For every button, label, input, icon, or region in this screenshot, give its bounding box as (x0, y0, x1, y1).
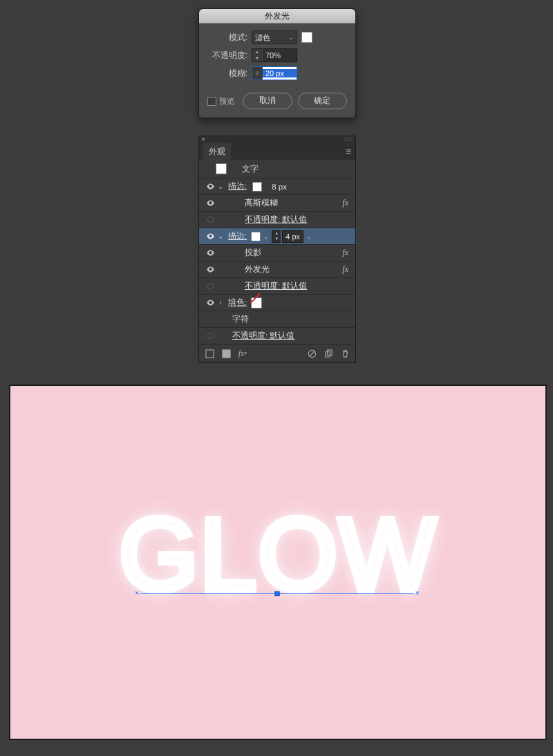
mode-select[interactable]: 滤色 ⌄ (252, 30, 297, 44)
mode-label: 模式: (207, 32, 252, 44)
chevron-down-icon[interactable]: ⌄ (216, 183, 225, 190)
fx-menu-icon[interactable]: fx▾ (238, 349, 247, 358)
preview-label: 预览 (219, 96, 234, 107)
handle-icon[interactable]: × (135, 590, 139, 596)
none-swatch-icon[interactable] (251, 297, 262, 308)
dialog-title: 外发光 (199, 9, 355, 24)
visibility-toggle[interactable] (205, 331, 216, 340)
center-handle-icon[interactable] (275, 591, 280, 596)
fx-icon[interactable]: fx (342, 264, 348, 275)
svg-point-2 (207, 333, 213, 338)
no-stroke-icon[interactable] (205, 349, 214, 358)
panel-menu-icon[interactable]: ≡ (341, 146, 355, 157)
visibility-toggle[interactable] (205, 232, 216, 241)
stroke-label: 描边: (228, 231, 247, 241)
svg-rect-3 (205, 349, 213, 357)
visibility-toggle[interactable] (205, 265, 216, 274)
panel-grip-icon[interactable] (344, 138, 353, 142)
opacity-label: 不透明度: 默认值 (232, 331, 294, 341)
fx-icon[interactable]: fx (342, 248, 348, 258)
ok-button[interactable]: 确定 (298, 93, 348, 109)
char-label: 字符 (232, 314, 249, 324)
effect-label: 高斯模糊 (245, 198, 278, 208)
clear-icon[interactable] (307, 349, 317, 358)
panel-footer: fx▾ (199, 344, 355, 362)
blur-value: 20 px (263, 69, 297, 77)
stroke-row-2[interactable]: ⌄ 描边: ⌄ ▲▼ 4 px ⌄ (199, 228, 355, 244)
mode-select-value: 滤色 (255, 33, 270, 43)
fill-icon[interactable] (221, 349, 231, 358)
color-swatch[interactable] (301, 32, 312, 43)
gaussian-blur-row[interactable]: 高斯模糊 fx (199, 194, 355, 211)
opacity-label: 不透明度: (207, 50, 252, 62)
chevron-down-icon[interactable]: ⌄ (216, 232, 225, 240)
visibility-toggle[interactable] (205, 248, 216, 257)
chevron-down-icon[interactable]: ⌄ (262, 233, 270, 240)
stepper-icon[interactable]: ▲▼ (272, 230, 281, 243)
chevron-down-icon[interactable]: ⌄ (305, 233, 313, 240)
visibility-toggle[interactable] (205, 215, 216, 224)
opacity-value: 70% (263, 51, 297, 59)
stroke-label: 描边: (228, 181, 247, 192)
blur-label: 模糊: (207, 68, 252, 80)
target-type-row: 文字 (199, 160, 355, 178)
outer-glow-row[interactable]: 外发光 fx (199, 261, 355, 277)
characters-row[interactable]: 字符 (199, 311, 355, 327)
chevron-right-icon[interactable]: › (216, 299, 225, 306)
panel-top-bar: × (199, 136, 355, 143)
type-label: 文字 (242, 164, 259, 174)
opacity-row-2[interactable]: 不透明度: 默认值 (199, 277, 355, 294)
fx-icon[interactable]: fx (342, 198, 348, 208)
svg-line-6 (310, 351, 315, 356)
chevron-down-icon: ⌄ (288, 34, 294, 41)
svg-rect-4 (222, 349, 229, 357)
fill-label: 填色: (228, 297, 247, 308)
duplicate-icon[interactable] (324, 349, 333, 358)
artboard[interactable]: GLOW × × (9, 385, 547, 740)
checkbox-icon (207, 97, 216, 106)
visibility-toggle[interactable] (205, 199, 216, 208)
stepper-icon[interactable]: ▲▼ (252, 49, 263, 62)
appearance-panel: × 外观 ≡ 文字 ⌄ 描边: 8 px 高斯模糊 fx (198, 136, 356, 363)
cancel-button[interactable]: 取消 (243, 93, 292, 109)
stroke-swatch[interactable] (252, 182, 262, 192)
glow-text[interactable]: GLOW (119, 504, 437, 606)
drop-shadow-row[interactable]: 投影 fx (199, 244, 355, 261)
opacity-label: 不透明度: 默认值 (245, 281, 307, 291)
preview-checkbox[interactable]: 预览 (207, 96, 234, 107)
visibility-toggle[interactable] (205, 298, 216, 307)
close-icon[interactable]: × (201, 136, 205, 143)
opacity-input[interactable]: ▲▼ 70% (252, 48, 297, 62)
opacity-label: 不透明度: 默认值 (245, 214, 307, 225)
opacity-row-1[interactable]: 不透明度: 默认值 (199, 211, 355, 228)
stroke-swatch[interactable] (251, 232, 261, 241)
visibility-toggle[interactable] (205, 182, 216, 191)
visibility-toggle[interactable] (205, 282, 216, 291)
svg-point-1 (207, 283, 213, 288)
blur-input[interactable]: 20 px (252, 66, 297, 80)
tab-appearance[interactable]: 外观 (203, 143, 231, 160)
fill-row[interactable]: › 填色: (199, 294, 355, 311)
handle-icon[interactable]: × (415, 590, 420, 596)
stroke-row-1[interactable]: ⌄ 描边: 8 px (199, 178, 355, 194)
outer-glow-dialog: 外发光 模式: 滤色 ⌄ 不透明度: ▲▼ 70% 模糊: 20 px (198, 8, 356, 118)
link-icon (252, 67, 263, 80)
stroke-weight: 8 px (272, 183, 287, 191)
stroke-weight-field[interactable]: 4 px (282, 230, 303, 243)
trash-icon[interactable] (340, 349, 350, 358)
svg-point-0 (207, 216, 213, 222)
effect-label: 外发光 (245, 264, 270, 275)
type-thumb-icon (216, 163, 227, 174)
effect-label: 投影 (245, 248, 261, 258)
opacity-row-3[interactable]: 不透明度: 默认值 (199, 327, 355, 344)
